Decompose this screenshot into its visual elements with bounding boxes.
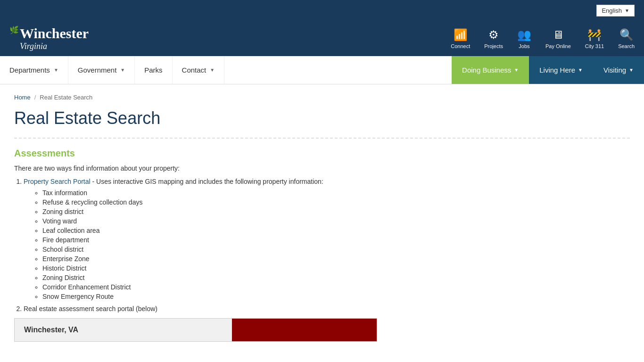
nav-icon-city-311[interactable]: 🚧 City 311 <box>585 28 604 49</box>
pay-online-icon: 🖥 <box>553 28 564 41</box>
list-item: Zoning District <box>42 274 630 281</box>
nav-visiting[interactable]: Visiting ▼ <box>593 56 644 84</box>
connect-icon: 📶 <box>454 28 468 41</box>
list-item: Enterprise Zone <box>42 255 630 263</box>
nav-icon-jobs[interactable]: 👥 Jobs <box>517 28 531 49</box>
nav-accent-items: Doing Business ▼ Living Here ▼ Visiting … <box>452 56 644 84</box>
nav-living-here[interactable]: Living Here ▼ <box>529 56 593 84</box>
list-item: Snow Emergency Route <box>42 293 630 300</box>
main-nav: Departments ▼ Government ▼ Parks Contact… <box>0 56 644 84</box>
jobs-icon: 👥 <box>517 28 531 41</box>
list-item: Tax information <box>42 189 630 197</box>
main-content: Home / Real Estate Search Real Estate Se… <box>0 84 644 351</box>
nav-parks[interactable]: Parks <box>135 56 172 84</box>
city-311-icon: 🚧 <box>587 28 602 41</box>
leaf-icon: 🌿 <box>9 25 19 34</box>
nav-government[interactable]: Government ▼ <box>68 56 135 84</box>
list-item: Leaf collection area <box>42 227 630 234</box>
projects-label: Projects <box>484 43 503 49</box>
departments-label: Departments <box>9 66 50 74</box>
city-name: Winchester <box>20 25 89 41</box>
page-title: Real Estate Search <box>14 108 630 139</box>
nav-icon-pay-online[interactable]: 🖥 Pay Online <box>545 28 571 49</box>
list-item: Zoning district <box>42 208 630 215</box>
visiting-caret-icon: ▼ <box>629 67 634 73</box>
nav-icon-connect[interactable]: 📶 Connect <box>451 28 470 49</box>
language-label: English <box>602 7 622 14</box>
government-label: Government <box>78 66 117 74</box>
breadcrumb: Home / Real Estate Search <box>14 94 630 101</box>
header-nav-icons: 📶 Connect ⚙ Projects 👥 Jobs 🖥 Pay Online… <box>451 28 635 49</box>
assessments-heading: Assessments <box>14 148 630 159</box>
breadcrumb-home[interactable]: Home <box>14 94 31 101</box>
list-item: Refuse & recycling collection days <box>42 198 630 206</box>
portal-preview-text: Winchester, VA <box>15 326 88 334</box>
nav-contact[interactable]: Contact ▼ <box>173 56 225 84</box>
breadcrumb-current: Real Estate Search <box>40 94 92 101</box>
property-info-list: Tax information Refuse & recycling colle… <box>33 189 630 300</box>
doing-business-caret-icon: ▼ <box>514 67 519 73</box>
government-caret-icon: ▼ <box>120 67 125 73</box>
parks-label: Parks <box>144 66 162 74</box>
assessments-intro: There are two ways find information abou… <box>14 165 630 172</box>
connect-label: Connect <box>451 43 470 49</box>
nav-icon-search[interactable]: 🔍 Search <box>618 28 635 49</box>
main-nav-left: Departments ▼ Government ▼ Parks Contact… <box>0 56 452 84</box>
list-item-assessment-portal: Real estate assessment search portal (be… <box>24 305 630 313</box>
doing-business-label: Doing Business <box>462 66 511 74</box>
jobs-label: Jobs <box>519 43 529 49</box>
site-header: 🌿 Winchester Virginia 📶 Connect ⚙ Projec… <box>0 21 644 56</box>
pay-online-label: Pay Online <box>545 43 571 49</box>
logo[interactable]: 🌿 Winchester Virginia <box>9 25 89 51</box>
list-item: Corridor Enhancement District <box>42 283 630 291</box>
list-item: Fire department <box>42 236 630 244</box>
list-item: School district <box>42 246 630 253</box>
language-selector[interactable]: English ▼ <box>596 5 635 16</box>
top-bar: English ▼ <box>0 0 644 21</box>
portal-preview: Winchester, VA <box>14 318 377 342</box>
list-item: Voting ward <box>42 217 630 225</box>
departments-caret-icon: ▼ <box>54 67 58 73</box>
projects-icon: ⚙ <box>488 28 499 41</box>
nav-icon-projects[interactable]: ⚙ Projects <box>484 28 503 49</box>
city-311-label: City 311 <box>585 43 604 49</box>
visiting-label: Visiting <box>603 66 626 74</box>
list-item: Historic District <box>42 264 630 272</box>
nav-departments[interactable]: Departments ▼ <box>0 56 68 84</box>
property-search-suffix: - Uses interactive GIS mapping and inclu… <box>91 178 323 185</box>
state-name: Virginia <box>20 41 47 51</box>
assessments-list: Property Search Portal - Uses interactiv… <box>14 178 630 313</box>
contact-label: Contact <box>182 66 206 74</box>
logo-text: 🌿 Winchester Virginia <box>9 25 89 51</box>
living-here-label: Living Here <box>539 66 575 74</box>
contact-caret-icon: ▼ <box>210 67 215 73</box>
search-icon: 🔍 <box>619 28 634 41</box>
nav-doing-business[interactable]: Doing Business ▼ <box>452 56 529 84</box>
property-search-portal-link[interactable]: Property Search Portal <box>24 178 91 185</box>
breadcrumb-separator: / <box>34 94 36 101</box>
language-chevron-icon: ▼ <box>625 8 629 13</box>
list-item-property-search: Property Search Portal - Uses interactiv… <box>24 178 630 300</box>
living-here-caret-icon: ▼ <box>578 67 583 73</box>
search-label: Search <box>618 43 635 49</box>
